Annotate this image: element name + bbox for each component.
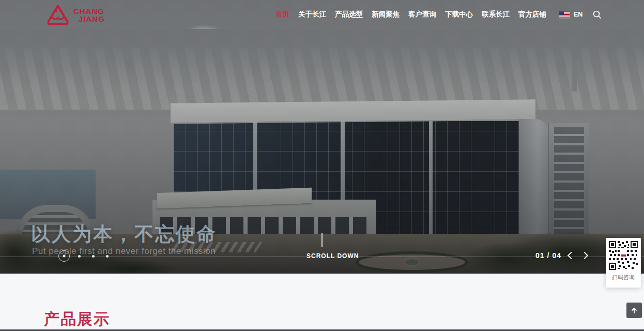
arrow-up-icon [630, 306, 638, 314]
scroll-down-label: SCROLL DOWN [306, 252, 359, 260]
language-label[interactable]: EN [574, 11, 582, 18]
main-nav: 首页 关于长江 产品选型 新闻聚焦 客户查询 下载中心 联系长江 官方店铺 [275, 0, 546, 29]
qr-code [609, 241, 638, 270]
slide-counter: 01 / 04 [535, 251, 561, 260]
scroll-top-button[interactable] [626, 303, 642, 318]
page: 以人为本，不忘使命 Put people first and never for… [0, 0, 644, 331]
scroll-down-line [321, 233, 323, 247]
carousel-dot[interactable] [92, 255, 95, 258]
brand-name: CHANG JIANG [73, 7, 105, 23]
nav-item-about[interactable]: 关于长江 [298, 10, 326, 19]
nav-item-downloads[interactable]: 下载中心 [445, 10, 473, 19]
hero-banner: 以人为本，不忘使命 Put people first and never for… [0, 0, 644, 274]
slide-current: 01 [535, 251, 545, 260]
qr-card-label: 扫码咨询 [606, 274, 641, 281]
nav-item-home[interactable]: 首页 [275, 10, 289, 19]
site-header: CHANG JIANG 首页 关于长江 产品选型 新闻聚焦 客户查询 下载中心 … [0, 0, 644, 29]
hero-title: 以人为本，不忘使命 [31, 221, 217, 247]
carousel-dot[interactable] [106, 255, 109, 258]
us-flag-icon[interactable] [559, 11, 570, 18]
products-section: 产品展示 [0, 274, 644, 331]
brand-logo[interactable]: CHANG JIANG [45, 4, 105, 26]
nav-item-news[interactable]: 新闻聚焦 [372, 10, 400, 19]
section-title: 产品展示 [44, 309, 110, 330]
carousel-dot-active[interactable] [58, 250, 70, 262]
slide-total: 04 [552, 251, 561, 260]
nav-item-official-store[interactable]: 官方店铺 [518, 10, 546, 19]
language-switcher: EN [559, 0, 591, 29]
triangle-bird-logo-icon [45, 4, 70, 26]
divider [591, 11, 591, 18]
search-icon[interactable] [592, 10, 602, 19]
slide-separator: / [547, 251, 550, 260]
nav-item-customer-query[interactable]: 客户查询 [408, 10, 436, 19]
carousel-dot[interactable] [78, 255, 81, 258]
qr-consult-card[interactable]: 扫码咨询 [606, 238, 641, 288]
nav-item-products[interactable]: 产品选型 [335, 10, 363, 19]
nav-item-contact[interactable]: 联系长江 [482, 10, 510, 19]
